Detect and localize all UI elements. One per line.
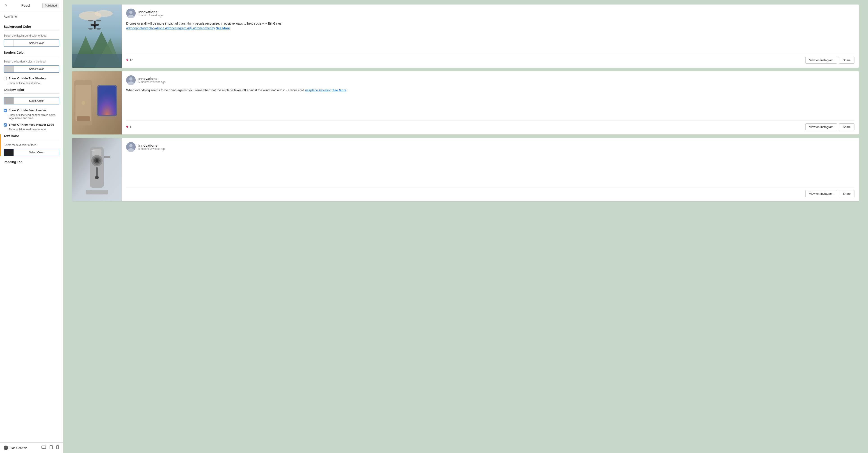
borders-color-picker[interactable]: Select Color: [4, 65, 59, 73]
svg-point-46: [95, 176, 99, 179]
background-color-title: Background Color: [4, 25, 59, 28]
panel-title: Feed: [22, 4, 30, 8]
post-hashtags-2[interactable]: #airplane #aviation: [305, 88, 332, 92]
desktop-icon[interactable]: [41, 445, 46, 451]
background-color-picker[interactable]: Select Color: [4, 39, 59, 47]
svg-rect-32: [98, 86, 116, 115]
svg-point-6: [51, 449, 51, 449]
heart-icon-1: ♥: [126, 58, 128, 62]
post-content-3: Innovations 5 months 2 weeks ago View on…: [122, 138, 859, 201]
post-text-3: [126, 155, 855, 184]
hide-controls-icon: [4, 446, 8, 450]
text-color-picker[interactable]: Select Color: [4, 149, 59, 156]
share-btn-2[interactable]: Share: [839, 123, 855, 131]
likes-count-1: 10: [130, 58, 133, 62]
post-actions-2: View on Instagram Share: [805, 123, 855, 131]
post-footer-2: ♥ 4 View on Instagram Share: [126, 120, 855, 131]
orange-accent: [0, 134, 1, 156]
feed-header-row: Show Or Hide Feed Header: [4, 109, 59, 112]
feed-header-desc: Show or Hide feed header, which holds lo…: [8, 113, 59, 120]
padding-top-title: Padding Top: [4, 160, 59, 164]
divider-3: [4, 93, 59, 94]
published-badge: Published: [42, 3, 59, 8]
borders-color-desc: Select the borders color in the feed: [4, 60, 59, 63]
feed-header-checkbox[interactable]: [4, 109, 7, 112]
svg-point-21: [96, 28, 101, 30]
text-color-section: Text Color Select the text color of feed…: [4, 134, 59, 156]
shadow-color-title: Shadow color: [4, 88, 59, 92]
airplane-image: [72, 71, 122, 135]
post-header-3: Innovations 5 months 2 weeks ago: [126, 142, 855, 151]
feed-header-logo-checkbox[interactable]: [4, 123, 7, 126]
main-area: Innovations 1 month 1 week ago Drones ov…: [63, 0, 868, 453]
svg-point-8: [58, 449, 58, 449]
post-see-more-1[interactable]: See More: [216, 26, 230, 30]
borders-color-title: Borders Color: [4, 51, 59, 54]
share-btn-3[interactable]: Share: [839, 190, 855, 197]
feed-header-logo-label: Show Or Hide Feed Header Logo: [8, 123, 54, 126]
realtime-label: Real Time: [4, 15, 59, 21]
feed-post: Innovations 1 month 1 week ago Drones ov…: [72, 4, 859, 68]
drone-image: [72, 4, 122, 68]
left-panel: × Feed Published Real Time Background Co…: [0, 0, 63, 453]
share-btn-1[interactable]: Share: [839, 57, 855, 64]
post-footer-1: ♥ 10 View on Instagram Share: [126, 54, 855, 64]
feed-header-label: Show Or Hide Feed Header: [8, 109, 46, 112]
borders-color-label: Select Color: [14, 66, 59, 72]
post-avatar-2: [126, 75, 136, 85]
close-button[interactable]: ×: [4, 3, 9, 8]
svg-point-20: [88, 28, 93, 30]
view-instagram-btn-3[interactable]: View on Instagram: [805, 190, 837, 197]
feed-post-3: Innovations 5 months 2 weeks ago View on…: [72, 138, 859, 201]
microscope-image: [72, 138, 122, 201]
svg-rect-49: [91, 150, 95, 151]
shadow-color-swatch: [4, 97, 14, 104]
view-instagram-btn-2[interactable]: View on Instagram: [805, 123, 837, 131]
post-header-1: Innovations 1 month 1 week ago: [126, 8, 855, 18]
likes-row-1: ♥ 10: [126, 58, 133, 62]
mobile-icon[interactable]: [56, 445, 59, 451]
tablet-icon[interactable]: [49, 445, 53, 451]
svg-rect-15: [72, 54, 122, 68]
feed-post-2: Innovations 5 months 2 weeks ago When ev…: [72, 71, 859, 135]
hide-controls-button[interactable]: Hide Controls: [4, 446, 27, 450]
post-footer-3: View on Instagram Share: [126, 187, 855, 197]
post-time-2: 5 months 2 weeks ago: [138, 81, 165, 84]
post-content-2: Innovations 5 months 2 weeks ago When ev…: [122, 71, 859, 135]
svg-point-19: [96, 20, 101, 22]
post-image-3: [72, 138, 122, 201]
feed-header-logo-desc: Show or Hide feed header logo: [8, 128, 59, 131]
post-image-1: [72, 4, 122, 68]
post-time-1: 1 month 1 week ago: [138, 14, 163, 17]
box-shadow-row: Show Or Hide Box Shadow: [4, 77, 59, 80]
svg-point-36: [129, 77, 132, 81]
svg-rect-47: [104, 156, 111, 158]
svg-rect-33: [76, 116, 90, 121]
heart-icon-2: ♥: [126, 125, 128, 129]
box-shadow-checkbox[interactable]: [4, 77, 7, 80]
post-avatar-3: [126, 142, 136, 151]
post-see-more-2[interactable]: See More: [332, 88, 346, 92]
box-shadow-desc: Show or Hide box shadow.: [8, 82, 59, 85]
view-instagram-btn-1[interactable]: View on Instagram: [805, 57, 837, 64]
post-author-3: Innovations: [138, 143, 165, 147]
svg-point-11: [95, 10, 113, 17]
device-icons: [41, 445, 59, 451]
feed-header-logo-row: Show Or Hide Feed Header Logo: [4, 123, 59, 126]
text-color-title: Text Color: [4, 134, 59, 138]
svg-point-52: [129, 144, 132, 147]
text-color-swatch: [4, 149, 14, 156]
post-hashtags-1[interactable]: #dronephotography #drone #dronestagram #…: [126, 26, 215, 30]
post-time-3: 5 months 2 weeks ago: [138, 147, 165, 150]
likes-count-2: 4: [130, 125, 132, 129]
background-color-swatch: [4, 40, 14, 47]
shadow-color-picker[interactable]: Select Color: [4, 97, 59, 105]
post-text-1: Drones overall will be more impactful th…: [126, 21, 855, 51]
post-actions-3: View on Instagram Share: [805, 190, 855, 197]
shadow-color-label: Select Color: [14, 98, 59, 104]
post-image-2: [72, 71, 122, 135]
post-author-1: Innovations: [138, 10, 163, 14]
background-color-label: Select Color: [14, 40, 59, 46]
text-color-label: Select Color: [14, 149, 59, 155]
close-icon: ×: [5, 3, 7, 8]
